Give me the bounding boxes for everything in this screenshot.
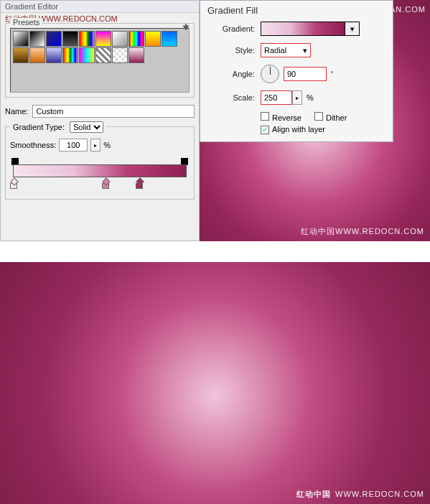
- checkbox-icon: [314, 112, 323, 121]
- smoothness-stepper[interactable]: ▸: [90, 139, 101, 151]
- document-canvas-preview-bottom: 红动中国WWW.REDOCN.COM: [0, 262, 430, 504]
- presets-list[interactable]: [10, 28, 190, 93]
- name-input[interactable]: [32, 105, 195, 118]
- gradient-track[interactable]: [10, 159, 190, 192]
- gradient-label: Gradient:: [207, 24, 255, 33]
- preset-swatch[interactable]: [62, 47, 78, 63]
- gradient-type-label: Gradient Type:: [13, 123, 65, 131]
- name-label: Name:: [5, 107, 28, 116]
- reverse-option[interactable]: Reverse: [261, 112, 302, 122]
- align-with-layer-option[interactable]: ✓Align with layer: [261, 125, 325, 134]
- preset-swatch[interactable]: [145, 31, 161, 47]
- smoothness-input[interactable]: 100: [59, 139, 88, 151]
- color-stop[interactable]: [10, 179, 19, 189]
- preset-swatch[interactable]: [29, 47, 45, 63]
- gradient-fill-title: Gradient Fill: [207, 5, 385, 16]
- presets-group: Presets ✱: [5, 23, 195, 98]
- scale-label: Scale:: [207, 93, 255, 102]
- watermark-bottom-right: 红动中国WWW.REDOCN.COM: [296, 489, 424, 500]
- chevron-down-icon: ▾: [303, 46, 307, 55]
- style-label: Style:: [207, 46, 255, 55]
- spacer: [0, 241, 430, 262]
- color-stop[interactable]: [102, 179, 111, 189]
- dither-option[interactable]: Dither: [314, 112, 347, 122]
- preset-swatch[interactable]: [162, 31, 177, 47]
- gradient-type-select[interactable]: Solid: [70, 121, 103, 133]
- smoothness-unit: %: [103, 141, 111, 149]
- smoothness-label: Smoothness:: [10, 141, 56, 149]
- watermark-canvas-top-br: 红动中国WWW.REDOCN.COM: [301, 226, 424, 237]
- preset-swatch[interactable]: [29, 31, 45, 47]
- preset-swatch[interactable]: [62, 31, 78, 47]
- scale-stepper[interactable]: ▸: [292, 90, 302, 105]
- preset-swatch[interactable]: [95, 47, 111, 63]
- preset-swatch[interactable]: [13, 47, 29, 63]
- gradient-fill-dialog: Gradient Fill Gradient: ▾ Style: Radial …: [200, 0, 393, 142]
- presets-label: Presets: [10, 18, 42, 27]
- checkbox-icon: [261, 112, 269, 121]
- color-stop[interactable]: [136, 179, 144, 189]
- preset-swatch[interactable]: [95, 31, 111, 47]
- preset-swatch[interactable]: [13, 31, 29, 47]
- checkbox-icon: ✓: [261, 126, 269, 134]
- gradient-dropdown-button[interactable]: ▾: [345, 22, 360, 36]
- gradient-swatch-button[interactable]: [261, 22, 345, 36]
- preset-swatch[interactable]: [46, 47, 62, 63]
- gradient-editor-panel: Gradient Editor 红动中国 WWW.REDOCN.COM Pres…: [0, 0, 200, 241]
- preset-swatch[interactable]: [79, 47, 95, 63]
- preset-swatch[interactable]: [46, 31, 62, 47]
- preset-swatch[interactable]: [128, 47, 144, 63]
- angle-dial[interactable]: [261, 65, 279, 83]
- preset-swatch[interactable]: [112, 47, 128, 63]
- preset-swatch[interactable]: [79, 31, 95, 47]
- gear-icon[interactable]: ✱: [182, 22, 190, 32]
- angle-unit: °: [331, 70, 334, 78]
- preset-swatch[interactable]: [112, 31, 128, 47]
- chevron-down-icon: ▾: [350, 24, 355, 34]
- preset-swatch[interactable]: [128, 31, 144, 47]
- angle-input[interactable]: 90: [284, 67, 327, 81]
- gradient-type-group: Gradient Type: Solid Smoothness: 100 ▸ %: [5, 126, 195, 200]
- scale-input[interactable]: 250: [261, 90, 292, 105]
- scale-unit: %: [307, 93, 314, 102]
- gradient-preview-bar[interactable]: [13, 164, 187, 177]
- gradient-editor-title: Gradient Editor: [1, 1, 199, 13]
- angle-label: Angle:: [207, 70, 255, 78]
- style-select[interactable]: Radial ▾: [261, 43, 311, 57]
